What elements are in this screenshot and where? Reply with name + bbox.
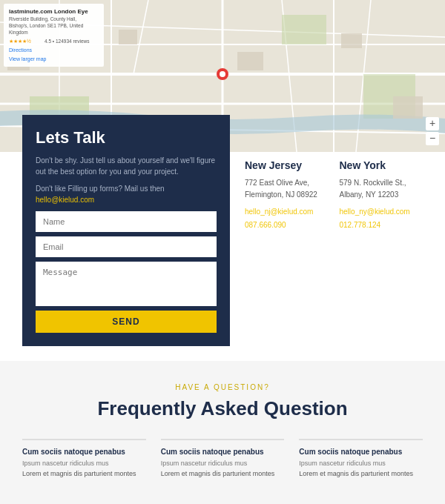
svg-text:4.5 • 124934 reviews: 4.5 • 124934 reviews xyxy=(44,39,90,44)
email-input[interactable] xyxy=(36,236,217,257)
ny-phone[interactable]: 012.778.124 xyxy=(340,219,423,232)
ny-email[interactable]: hello_ny@kielud.com xyxy=(340,205,423,219)
svg-text:Bishop's, London SE1 7PB, Unit: Bishop's, London SE1 7PB, United xyxy=(9,23,84,29)
ny-address: 579 N. Rockville St., Albany, NY 12203 xyxy=(340,177,423,201)
lets-talk-mail-prompt: Don't like Filling up forms? Mail us the… xyxy=(36,183,217,205)
svg-rect-20 xyxy=(393,96,423,119)
combined-section: Lets Talk Don't be shy. Just tell us abo… xyxy=(0,152,445,361)
faq-item-2-desc: Lorem et magnis dis parturient montes xyxy=(299,470,423,477)
lets-talk-title: Lets Talk xyxy=(36,128,217,147)
svg-text:Riverside Building, County Hal: Riverside Building, County Hall, xyxy=(9,16,76,22)
mail-address: hello@kielud.com xyxy=(36,196,94,204)
nj-address: 772 East Olive Ave, Flemington, NJ 08922 xyxy=(245,177,329,201)
faq-section: HAVE A QUESTION? Frequently Asked Questi… xyxy=(0,361,445,503)
contact-info-area: New Jersey 772 East Olive Ave, Flemingto… xyxy=(245,152,423,346)
nj-phone[interactable]: 087.666.090 xyxy=(245,219,329,232)
overlay-container: Lets Talk Don't be shy. Just tell us abo… xyxy=(0,152,445,361)
contact-form-box: Lets Talk Don't be shy. Just tell us abo… xyxy=(22,115,230,346)
faq-item-0-desc: Lorem et magnis dis parturient montes xyxy=(22,470,146,477)
svg-text:★★★★½: ★★★★½ xyxy=(9,39,31,44)
svg-rect-17 xyxy=(119,30,137,44)
svg-text:View larger map: View larger map xyxy=(9,56,47,62)
faq-item-0: Cum sociis natoque penabus Ipsum nascetu… xyxy=(22,439,146,477)
faq-item-0-sub: Ipsum nascetur ridiculus mus xyxy=(22,460,146,467)
ny-city: New York xyxy=(340,159,423,171)
svg-point-22 xyxy=(220,71,225,77)
faq-item-2: Cum sociis natoque penabus Ipsum nascetu… xyxy=(299,439,423,477)
svg-text:Kingdom: Kingdom xyxy=(9,30,28,36)
faq-grid: Cum sociis natoque penabus Ipsum nascetu… xyxy=(22,439,423,488)
faq-item-2-title: Cum sociis natoque penabus xyxy=(299,448,423,456)
svg-rect-19 xyxy=(341,33,362,48)
svg-text:+: + xyxy=(429,117,435,129)
send-button[interactable]: SEND xyxy=(36,311,217,333)
contact-ny: New York 579 N. Rockville St., Albany, N… xyxy=(340,159,423,346)
faq-item-1-sub: Ipsum nascetur ridiculus mus xyxy=(161,460,285,467)
svg-text:Directions: Directions xyxy=(9,47,33,53)
svg-text:lastminute.com London Eye: lastminute.com London Eye xyxy=(9,8,88,15)
svg-rect-18 xyxy=(237,52,263,70)
faq-item-1-desc: Lorem et magnis dis parturient montes xyxy=(161,470,285,477)
faq-item-1: Cum sociis natoque penabus Ipsum nascetu… xyxy=(161,439,285,477)
faq-item-2-sub: Ipsum nascetur ridiculus mus xyxy=(299,460,423,467)
nj-city: New Jersey xyxy=(245,159,329,171)
contact-form: SEND xyxy=(36,211,217,333)
faq-item-1-title: Cum sociis natoque penabus xyxy=(161,448,285,456)
message-input[interactable] xyxy=(36,262,217,306)
svg-text:−: − xyxy=(429,132,435,144)
lets-talk-description: Don't be shy. Just tell us about yoursel… xyxy=(36,155,217,177)
contact-nj: New Jersey 772 East Olive Ave, Flemingto… xyxy=(245,159,329,346)
svg-rect-14 xyxy=(282,15,326,44)
faq-item-0-title: Cum sociis natoque penabus xyxy=(22,448,146,456)
name-input[interactable] xyxy=(36,211,217,232)
nj-email[interactable]: hello_nj@kielud.com xyxy=(245,205,329,219)
have-question-label: HAVE A QUESTION? xyxy=(22,383,423,391)
faq-title: Frequently Asked Question xyxy=(22,397,423,420)
